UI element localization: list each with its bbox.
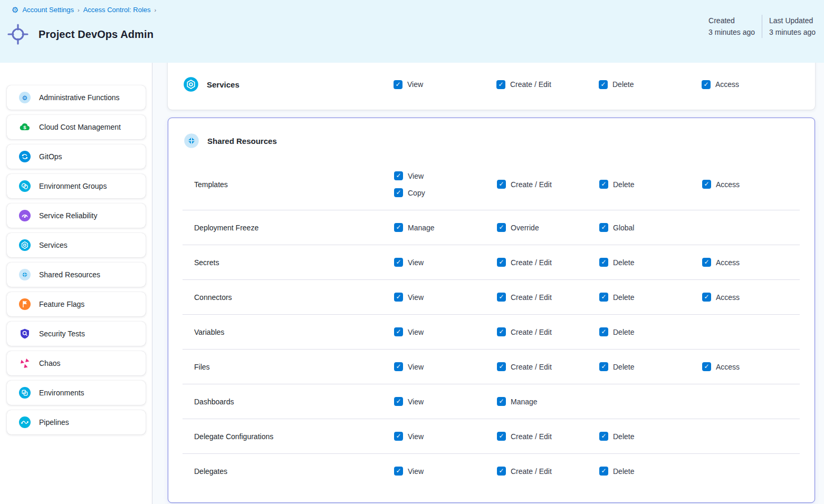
checkbox-view[interactable]: ✓View bbox=[394, 467, 497, 476]
checkbox-manage[interactable]: ✓Manage bbox=[497, 397, 599, 406]
checkbox-create-edit[interactable]: ✓Create / Edit bbox=[497, 293, 599, 302]
resource-row-files: Files✓View✓Create / Edit✓Delete✓Access bbox=[168, 350, 815, 384]
checkbox-delete[interactable]: ✓Delete bbox=[599, 180, 702, 189]
checkbox-delete[interactable]: ✓Delete bbox=[599, 362, 702, 371]
checkbox-create-edit[interactable]: ✓Create / Edit bbox=[496, 80, 599, 89]
resource-label: Connectors bbox=[168, 293, 394, 302]
checkbox-label: View bbox=[408, 363, 424, 371]
permission-cell: ✓Delete bbox=[599, 467, 702, 476]
checkbox-checked-icon: ✓ bbox=[497, 467, 506, 476]
sidebar-list: ⚙Administrative Functions$Cloud Cost Man… bbox=[7, 85, 146, 434]
permission-cell: ✓Create / Edit bbox=[497, 327, 599, 336]
header-meta: Created 3 minutes ago Last Updated 3 min… bbox=[708, 15, 816, 38]
checkbox-create-edit[interactable]: ✓Create / Edit bbox=[497, 180, 599, 189]
breadcrumb-link-account-settings[interactable]: Account Settings bbox=[22, 6, 74, 14]
checkbox-override[interactable]: ✓Override bbox=[497, 223, 599, 232]
checkbox-delete[interactable]: ✓Delete bbox=[599, 293, 702, 302]
checkbox-view[interactable]: ✓View bbox=[394, 80, 496, 89]
checkbox-view[interactable]: ✓View bbox=[394, 362, 497, 371]
sidebar-item-label: Service Reliability bbox=[39, 211, 97, 220]
permission-cell: ✓Manage bbox=[394, 223, 497, 232]
sidebar-item-shared-resources[interactable]: Shared Resources bbox=[7, 263, 146, 287]
updated-value: 3 minutes ago bbox=[769, 27, 816, 37]
checkbox-access[interactable]: ✓Access bbox=[702, 258, 815, 267]
checkbox-label: View bbox=[408, 172, 424, 180]
permission-cell: ✓Delete bbox=[599, 362, 702, 371]
checkbox-checked-icon: ✓ bbox=[394, 397, 403, 406]
sidebar-item-label: Environments bbox=[39, 389, 84, 397]
permission-cell: ✓Create / Edit bbox=[497, 293, 599, 302]
checkbox-label: Create / Edit bbox=[511, 432, 552, 441]
checkbox-delete[interactable]: ✓Delete bbox=[599, 327, 702, 336]
checkbox-view[interactable]: ✓View bbox=[394, 258, 497, 267]
app-window: ⚙ Account Settings›Access Control: Roles… bbox=[0, 0, 824, 504]
checkbox-access[interactable]: ✓Access bbox=[702, 293, 815, 302]
checkbox-delete[interactable]: ✓Delete bbox=[599, 432, 702, 441]
checkbox-label: Global bbox=[613, 224, 634, 232]
sidebar-item-administrative-functions[interactable]: ⚙Administrative Functions bbox=[7, 85, 146, 110]
checkbox-access[interactable]: ✓Access bbox=[702, 362, 815, 371]
checkbox-create-edit[interactable]: ✓Create / Edit bbox=[497, 258, 599, 267]
resource-sidebar: ⚙Administrative Functions$Cloud Cost Man… bbox=[0, 63, 152, 504]
permission-cell: ✓Delete bbox=[599, 258, 702, 267]
permission-cell: ✓Delete bbox=[599, 180, 702, 189]
sidebar-item-feature-flags[interactable]: Feature Flags bbox=[7, 292, 146, 316]
checkbox-view[interactable]: ✓View bbox=[394, 327, 497, 336]
checkbox-label: Access bbox=[716, 293, 740, 302]
checkbox-checked-icon: ✓ bbox=[497, 258, 506, 267]
sidebar-item-label: Administrative Functions bbox=[39, 93, 120, 102]
checkbox-view[interactable]: ✓View bbox=[394, 293, 497, 302]
checkbox-access[interactable]: ✓Access bbox=[702, 180, 815, 189]
permission-cell: ✓Manage bbox=[497, 397, 599, 406]
resource-row-connectors: Connectors✓View✓Create / Edit✓Delete✓Acc… bbox=[168, 280, 815, 314]
checkbox-create-edit[interactable]: ✓Create / Edit bbox=[497, 467, 599, 476]
checkbox-label: Create / Edit bbox=[511, 258, 552, 267]
created-value: 3 minutes ago bbox=[708, 27, 755, 37]
checkbox-delete[interactable]: ✓Delete bbox=[599, 467, 702, 476]
resource-label: Delegate Configurations bbox=[168, 432, 394, 441]
checkbox-create-edit[interactable]: ✓Create / Edit bbox=[497, 362, 599, 371]
permission-cell: ✓Create / Edit bbox=[497, 180, 599, 189]
checkbox-label: View bbox=[408, 328, 424, 336]
resource-row-delegates: Delegates✓View✓Create / Edit✓Delete bbox=[168, 454, 815, 488]
checkbox-label: Create / Edit bbox=[511, 293, 552, 302]
checkbox-label: View bbox=[408, 293, 424, 302]
permission-cell: ✓Access bbox=[702, 258, 815, 267]
checkbox-label: Create / Edit bbox=[510, 80, 551, 89]
breadcrumb-link-access-control-roles[interactable]: Access Control: Roles bbox=[83, 6, 151, 14]
sidebar-item-environments[interactable]: Environments bbox=[7, 381, 146, 405]
resource-row-secrets: Secrets✓View✓Create / Edit✓Delete✓Access bbox=[168, 245, 815, 279]
checkbox-access[interactable]: ✓Access bbox=[702, 80, 815, 89]
security-tests-icon bbox=[18, 327, 31, 340]
sidebar-item-cloud-cost-management[interactable]: $Cloud Cost Management bbox=[7, 115, 146, 139]
checkbox-label: Override bbox=[511, 224, 539, 232]
sidebar-item-chaos[interactable]: Chaos bbox=[7, 351, 146, 375]
checkbox-checked-icon: ✓ bbox=[702, 258, 711, 267]
sidebar-item-security-tests[interactable]: Security Tests bbox=[7, 322, 146, 346]
service-reliability-icon bbox=[18, 209, 31, 222]
resource-row-delegate-configurations: Delegate Configurations✓View✓Create / Ed… bbox=[168, 419, 815, 453]
sidebar-item-services[interactable]: Services bbox=[7, 233, 146, 257]
services-section-title: Services bbox=[207, 80, 239, 89]
checkbox-delete[interactable]: ✓Delete bbox=[599, 258, 702, 267]
checkbox-checked-icon: ✓ bbox=[702, 80, 711, 89]
svg-text:$: $ bbox=[23, 124, 26, 130]
cloud-cost-icon: $ bbox=[18, 121, 31, 133]
sidebar-item-pipelines[interactable]: Pipelines bbox=[7, 410, 146, 434]
checkbox-view[interactable]: ✓View bbox=[394, 397, 497, 406]
sidebar-item-gitops[interactable]: GitOps bbox=[7, 144, 146, 169]
sidebar-item-service-reliability[interactable]: Service Reliability bbox=[7, 203, 146, 228]
checkbox-create-edit[interactable]: ✓Create / Edit bbox=[497, 327, 599, 336]
checkbox-create-edit[interactable]: ✓Create / Edit bbox=[497, 432, 599, 441]
permission-cell: ✓View bbox=[394, 258, 497, 267]
checkbox-view[interactable]: ✓View bbox=[394, 432, 497, 441]
checkbox-delete[interactable]: ✓Delete bbox=[599, 80, 702, 89]
checkbox-checked-icon: ✓ bbox=[497, 362, 506, 371]
checkbox-view[interactable]: ✓View bbox=[394, 171, 497, 180]
sidebar-item-environment-groups[interactable]: Environment Groups bbox=[7, 174, 146, 198]
checkbox-global[interactable]: ✓Global bbox=[599, 223, 702, 232]
checkbox-manage[interactable]: ✓Manage bbox=[394, 223, 497, 232]
checkbox-checked-icon: ✓ bbox=[394, 258, 403, 267]
checkbox-copy[interactable]: ✓Copy bbox=[394, 188, 497, 197]
permission-cell: ✓Access bbox=[702, 180, 815, 189]
